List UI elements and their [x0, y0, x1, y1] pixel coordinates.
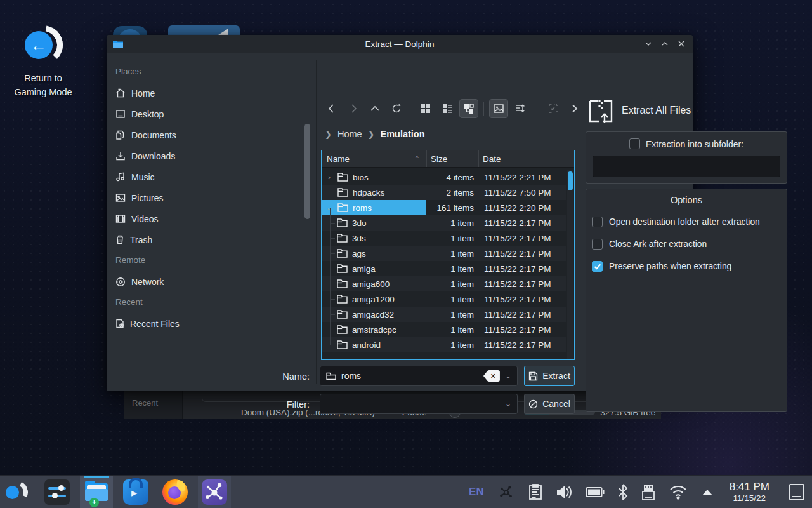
option-label: Open destination folder after extraction [609, 217, 760, 227]
expander-expanded-icon[interactable]: ⌄ [325, 204, 333, 212]
back-icon[interactable] [322, 99, 341, 118]
sidebar-section-recent: Recent [115, 297, 195, 307]
option-checkbox-0[interactable] [592, 217, 603, 227]
file-row-roms[interactable]: ⌄roms161 items11/15/22 2:20 PM [322, 200, 566, 215]
file-tree-view[interactable]: Name ⌃ Size Date ›bios4 items11/15/22 2:… [321, 150, 575, 360]
breadcrumb-emulation[interactable]: Emulation [381, 129, 425, 139]
keyboard-layout-indicator[interactable]: EN [469, 486, 484, 498]
file-row-amstradcpc[interactable]: amstradcpc1 item11/15/22 2:17 PM [322, 322, 566, 337]
gaming-mode-label-line2: Gaming Mode [5, 85, 81, 99]
clipboard-icon[interactable] [528, 484, 542, 500]
bluetooth-icon[interactable] [618, 484, 628, 500]
split-view-icon[interactable] [544, 99, 563, 118]
sidebar-item-desktop[interactable]: Desktop [115, 104, 195, 124]
sidebar-item-trash[interactable]: Trash [115, 229, 195, 250]
forward-icon[interactable] [344, 99, 363, 118]
file-size: 1 item [426, 295, 478, 304]
column-header-size[interactable]: Size [426, 150, 478, 167]
network-hub-tray-icon[interactable] [497, 483, 515, 501]
extract-button[interactable]: Extract [524, 366, 575, 386]
minimize-icon[interactable] [643, 39, 653, 49]
new-badge-icon: + [89, 498, 99, 507]
volume-icon[interactable] [556, 485, 572, 500]
extraction-subfolder-checkbox[interactable] [629, 138, 640, 149]
maximize-icon[interactable] [660, 39, 670, 49]
icons-view-icon[interactable] [416, 99, 435, 118]
sidebar-separator[interactable] [316, 60, 317, 384]
sidebar-item-home[interactable]: Home [115, 83, 195, 104]
column-header-name[interactable]: Name ⌃ [322, 154, 426, 164]
tray-expand-icon[interactable] [701, 488, 714, 496]
clock-time: 8:41 PM [730, 481, 769, 493]
cancel-button[interactable]: Cancel [524, 394, 575, 414]
folder-icon [337, 295, 348, 304]
up-icon[interactable] [365, 99, 384, 118]
file-row-ags[interactable]: ags1 item11/15/22 2:17 PM [322, 246, 566, 261]
option-checkbox-1[interactable] [592, 239, 603, 250]
expander-collapsed-icon[interactable]: › [325, 173, 333, 181]
scrollbar-thumb[interactable] [568, 171, 573, 190]
firefox-icon [162, 479, 188, 505]
chevron-right-icon[interactable]: ❯ [368, 130, 375, 139]
usb-device-icon[interactable] [641, 483, 655, 501]
file-row-3do[interactable]: 3do1 item11/15/22 2:17 PM [322, 215, 566, 231]
system-settings-launcher[interactable] [41, 476, 74, 508]
sidebar-item-pictures[interactable]: Pictures [115, 187, 195, 208]
file-date: 11/15/22 2:17 PM [478, 310, 566, 319]
chevron-right-icon[interactable]: ❯ [325, 130, 332, 139]
clear-text-icon[interactable]: ✕ [483, 370, 500, 382]
sidebar-item-network[interactable]: Network [115, 271, 195, 292]
file-name: 3ds [352, 234, 366, 243]
file-name: bios [353, 173, 369, 182]
overflow-icon[interactable] [565, 99, 584, 118]
file-row-amiga600[interactable]: amiga6001 item11/15/22 2:17 PM [322, 276, 566, 291]
column-header-date[interactable]: Date [478, 150, 574, 167]
breadcrumb-home[interactable]: Home [337, 129, 362, 139]
name-combobox[interactable]: roms ✕ ⌄ [320, 366, 518, 386]
options-groupbox: Options Open destination folder after ex… [586, 189, 787, 412]
window-title: Extract — Dolphin [107, 39, 693, 49]
file-view-scrollbar[interactable] [567, 170, 573, 359]
file-row-3ds[interactable]: 3ds1 item11/15/22 2:17 PM [322, 231, 566, 246]
folder-icon [337, 310, 348, 319]
close-icon[interactable] [676, 39, 686, 49]
file-row-amigacd32[interactable]: amigacd321 item11/15/22 2:17 PM [322, 307, 566, 322]
wifi-icon[interactable] [669, 485, 688, 500]
file-row-bios[interactable]: ›bios4 items11/15/22 2:21 PM [322, 170, 566, 185]
sort-icon[interactable] [511, 99, 530, 118]
sidebar-item-documents[interactable]: Documents [115, 124, 195, 145]
details-view-icon[interactable] [459, 99, 478, 118]
file-row-android[interactable]: android1 item11/15/22 2:17 PM [322, 337, 566, 352]
steam-deck-menu-button[interactable] [0, 476, 33, 508]
file-row-amiga[interactable]: amiga1 item11/15/22 2:17 PM [322, 261, 566, 276]
sidebar-item-music[interactable]: Music [115, 166, 195, 187]
clock[interactable]: 8:41 PM 11/15/22 [730, 481, 769, 503]
file-row-amiga1200[interactable]: amiga12001 item11/15/22 2:17 PM [322, 291, 566, 307]
discover-launcher[interactable]: ▸ [119, 476, 152, 508]
filter-combobox[interactable]: ⌄ [320, 394, 518, 414]
chevron-down-icon[interactable]: ⌄ [505, 371, 511, 380]
preview-icon[interactable] [489, 99, 508, 118]
return-to-gaming-mode-shortcut[interactable]: ← Return to Gaming Mode [5, 25, 81, 100]
sidebar-scrollbar[interactable] [304, 124, 310, 219]
sidebar-item-downloads[interactable]: Downloads [115, 145, 195, 166]
file-name: amiga [352, 264, 376, 274]
show-desktop-button[interactable] [789, 484, 804, 500]
sidebar-item-recent-files[interactable]: Recent Files [115, 313, 195, 334]
refresh-icon[interactable] [387, 99, 406, 118]
dialog-titlebar[interactable]: Extract — Dolphin [107, 35, 693, 53]
dolphin-task-button[interactable]: + [80, 476, 113, 508]
music-icon [115, 172, 126, 182]
compact-view-icon[interactable] [438, 99, 457, 118]
subfolder-name-input[interactable] [593, 156, 780, 177]
extract-panel-header: Extract All Files [587, 97, 691, 124]
network-hub-task-button[interactable] [198, 476, 231, 508]
chevron-down-icon[interactable]: ⌄ [505, 399, 511, 408]
option-checkbox-2[interactable] [592, 261, 603, 272]
dolphin-folder-icon: + [84, 479, 109, 505]
file-row-hdpacks[interactable]: hdpacks2 items11/15/22 7:50 PM [322, 185, 566, 200]
firefox-launcher[interactable] [159, 476, 192, 508]
option-label: Preserve paths when extracting [609, 262, 731, 271]
sidebar-item-videos[interactable]: Videos [115, 208, 195, 229]
battery-icon[interactable] [586, 486, 605, 498]
